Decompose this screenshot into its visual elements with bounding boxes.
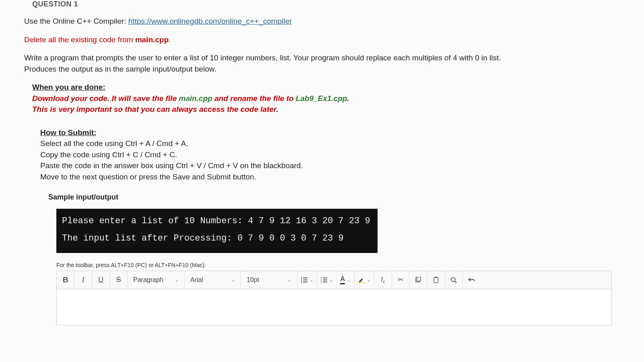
done-line1a: Download your code. It will save the fil…	[32, 94, 179, 103]
done-line1b: main.cpp	[179, 94, 212, 103]
terminal-line-1: Please enter a list of 10 Numbers: 4 7 9…	[62, 214, 370, 228]
svg-rect-14	[417, 277, 421, 281]
delete-prefix: Delete all the existing code from	[24, 35, 135, 44]
fontsize-select[interactable]: 10pt ⌄	[241, 271, 297, 289]
paragraph-select[interactable]: Paragraph ⌄	[128, 271, 185, 289]
svg-rect-7	[323, 278, 327, 278]
undo-button[interactable]	[463, 271, 481, 289]
submit-heading: How to Submit:	[40, 128, 96, 137]
done-line1d: Lab9_Ex1.cpp	[296, 94, 347, 103]
submit-step-3: Paste the code in the answer box using C…	[40, 161, 303, 170]
done-line2: This is very important so that you can a…	[32, 105, 278, 113]
svg-rect-5	[303, 282, 308, 282]
chevron-down-icon: ⌄	[347, 277, 351, 283]
highlight-color-button[interactable]: ⌄	[355, 271, 374, 289]
task-description: Write a program that prompts the user to…	[24, 52, 628, 74]
scissors-icon: ✂	[398, 276, 403, 284]
fontsize-select-label: 10pt	[247, 276, 259, 284]
font-select-label: Arial	[190, 276, 203, 284]
italic-button[interactable]: I	[74, 271, 92, 289]
when-done-block: When you are done: Download your code. I…	[32, 82, 628, 115]
task-line2: Produces the output as in the sample inp…	[24, 65, 216, 73]
compiler-link[interactable]: https://www.onlinegdb.com/online_c++_com…	[128, 17, 292, 25]
bullet-list-button[interactable]: ⌄	[297, 271, 317, 289]
done-line1c: and rename the file to	[213, 94, 296, 103]
chevron-down-icon: ⌄	[367, 277, 371, 283]
chevron-down-icon: ⌄	[231, 277, 235, 283]
delete-suffix: .	[169, 35, 171, 44]
find-button[interactable]	[445, 271, 463, 289]
text-color-label: A	[340, 275, 345, 284]
how-to-submit-block: How to Submit: Select all the code using…	[40, 127, 628, 183]
submit-step-2: Copy the code using Ctrl + C / Cmd + C.	[40, 150, 177, 159]
svg-rect-1	[303, 278, 308, 278]
sample-terminal: Please enter a list of 10 Numbers: 4 7 9…	[56, 209, 378, 253]
chevron-down-icon: ⌄	[329, 277, 333, 283]
text-color-button[interactable]: A ⌄	[337, 271, 355, 289]
svg-point-17	[451, 278, 455, 282]
underline-button[interactable]: U	[92, 271, 110, 289]
svg-rect-11	[323, 282, 327, 282]
sample-heading: Sample input/output	[48, 193, 628, 202]
delete-filename: main.cpp	[135, 35, 169, 44]
paragraph-select-label: Paragraph	[133, 276, 163, 284]
when-done-heading: When you are done:	[32, 83, 105, 91]
submit-step-4: Move to the next question or press the S…	[40, 173, 256, 181]
font-select[interactable]: Arial ⌄	[185, 271, 241, 289]
editor-toolbar: B I U S Paragraph ⌄ Arial ⌄ 10pt ⌄ ⌄ 123…	[56, 271, 612, 289]
svg-point-2	[301, 279, 302, 280]
bold-button[interactable]: B	[57, 271, 74, 289]
chevron-down-icon: ⌄	[287, 277, 291, 283]
svg-rect-12	[359, 282, 364, 283]
terminal-line-2: The input list after Processing: 0 7 9 0…	[62, 232, 370, 245]
toolbar-hint: For the toolbar, press ALT+F10 (PC) or A…	[56, 262, 628, 268]
strikethrough-button[interactable]: S	[110, 271, 128, 289]
svg-rect-9	[323, 280, 327, 280]
cut-button[interactable]: ✂	[392, 271, 410, 289]
question-title: QUESTION 1	[32, 0, 628, 8]
svg-rect-16	[435, 277, 437, 278]
chevron-down-icon: ⌄	[310, 277, 314, 283]
svg-point-0	[301, 277, 302, 278]
intro-line: Use the Online C++ Compiler: https://www…	[24, 16, 628, 27]
svg-line-18	[455, 281, 456, 283]
chevron-down-icon: ⌄	[175, 277, 179, 283]
clear-format-icon: Ix	[381, 276, 385, 284]
delete-instruction: Delete all the existing code from main.c…	[24, 34, 628, 45]
svg-text:3: 3	[320, 281, 322, 283]
svg-point-4	[301, 281, 302, 282]
done-line1e: .	[347, 94, 349, 103]
numbered-list-button[interactable]: 123 ⌄	[317, 271, 337, 289]
paste-button[interactable]	[427, 271, 445, 289]
svg-rect-3	[303, 280, 308, 280]
submit-step-1: Select all the code using Ctrl + A / Cmd…	[40, 139, 188, 148]
svg-rect-15	[434, 278, 438, 283]
intro-prefix: Use the Online C++ Compiler:	[24, 17, 128, 25]
task-line1: Write a program that prompts the user to…	[24, 53, 501, 62]
copy-button[interactable]	[410, 271, 427, 289]
clear-formatting-button[interactable]: Ix	[374, 271, 392, 289]
answer-editor[interactable]	[56, 289, 612, 325]
